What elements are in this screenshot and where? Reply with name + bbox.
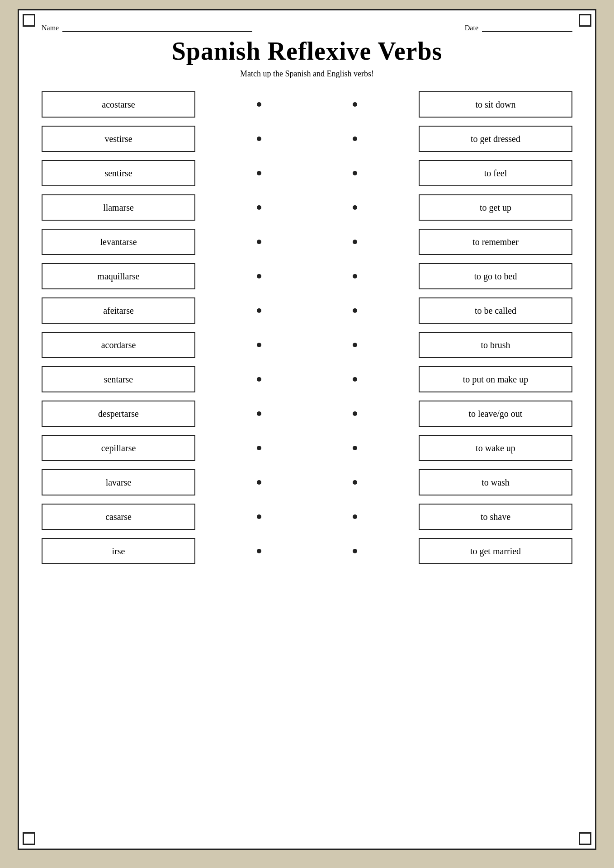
connector-dot-left [257, 205, 261, 210]
right-dot-container [353, 332, 357, 358]
connector-dot-left [257, 377, 261, 382]
right-dots-column [323, 91, 387, 572]
corner-decoration-br [579, 832, 591, 845]
right-verb-box: to feel [419, 160, 572, 186]
connector-dot-right [353, 274, 357, 278]
date-label: Date [465, 24, 478, 32]
connector-dot-right [353, 549, 357, 553]
right-dot-container [353, 91, 357, 118]
connector-dot-left [257, 102, 261, 107]
corner-decoration-bl [23, 832, 35, 845]
left-verb-box: despertarse [42, 401, 195, 427]
left-dot-container [257, 126, 261, 152]
connector-dot-left [257, 514, 261, 519]
left-dot-container [257, 194, 261, 221]
right-dot-container [353, 469, 357, 495]
connector-dot-right [353, 102, 357, 107]
right-verb-box: to put on make up [419, 366, 572, 392]
connector-dot-right [353, 514, 357, 519]
connector-dot-right [353, 343, 357, 347]
left-verb-box: llamarse [42, 194, 195, 221]
name-field: Name [42, 24, 252, 32]
connector-dot-right [353, 446, 357, 450]
main-columns: acostarsevestirsesentirsellamarselevanta… [42, 91, 572, 572]
left-verb-box: afeitarse [42, 297, 195, 324]
corner-decoration-tl [23, 14, 35, 27]
left-verb-box: levantarse [42, 229, 195, 255]
left-dot-container [257, 366, 261, 392]
connector-dot-left [257, 480, 261, 485]
name-underline [62, 31, 252, 32]
connector-dot-left [257, 240, 261, 244]
right-verb-box: to sit down [419, 91, 572, 118]
left-dot-container [257, 504, 261, 530]
connector-dot-right [353, 411, 357, 416]
right-verb-box: to brush [419, 332, 572, 358]
connector-dot-left [257, 171, 261, 175]
left-verb-box: vestirse [42, 126, 195, 152]
right-dot-container [353, 126, 357, 152]
left-dot-container [257, 332, 261, 358]
connector-dot-left [257, 343, 261, 347]
connector-dot-right [353, 480, 357, 485]
connector-dot-left [257, 308, 261, 313]
right-verb-box: to remember [419, 229, 572, 255]
left-verb-box: lavarse [42, 469, 195, 495]
right-verb-box: to go to bed [419, 263, 572, 289]
connector-dot-left [257, 549, 261, 553]
page-title: Spanish Reflexive Verbs [42, 37, 572, 66]
connector-dot-left [257, 446, 261, 450]
date-underline [482, 31, 572, 32]
connector-dot-right [353, 377, 357, 382]
connector-dot-right [353, 240, 357, 244]
right-verb-box: to be called [419, 297, 572, 324]
connector-dot-right [353, 171, 357, 175]
right-dot-container [353, 194, 357, 221]
left-dot-container [257, 91, 261, 118]
left-dot-container [257, 160, 261, 186]
connector-dot-right [353, 137, 357, 141]
right-verb-box: to get up [419, 194, 572, 221]
connector-dot-left [257, 411, 261, 416]
left-dot-container [257, 229, 261, 255]
left-verb-box: acordarse [42, 332, 195, 358]
right-dot-container [353, 435, 357, 461]
corner-decoration-tr [579, 14, 591, 27]
date-field: Date [465, 24, 572, 32]
connector-dot-left [257, 274, 261, 278]
right-verb-box: to wake up [419, 435, 572, 461]
right-dot-container [353, 160, 357, 186]
worksheet-page: Name Date Spanish Reflexive Verbs Match … [18, 9, 596, 850]
right-dot-container [353, 297, 357, 324]
header-line: Name Date [42, 24, 572, 32]
right-column: to sit downto get dressedto feelto get u… [419, 91, 572, 572]
connector-dot-left [257, 137, 261, 141]
left-verb-box: sentirse [42, 160, 195, 186]
right-dot-container [353, 504, 357, 530]
page-subtitle: Match up the Spanish and English verbs! [42, 69, 572, 79]
left-verb-box: sentarse [42, 366, 195, 392]
left-dots-column [227, 91, 291, 572]
left-verb-box: irse [42, 538, 195, 564]
right-dot-container [353, 538, 357, 564]
right-dot-container [353, 366, 357, 392]
right-dot-container [353, 229, 357, 255]
left-column: acostarsevestirsesentirsellamarselevanta… [42, 91, 195, 572]
right-verb-box: to leave/go out [419, 401, 572, 427]
right-dot-container [353, 401, 357, 427]
right-verb-box: to shave [419, 504, 572, 530]
name-label: Name [42, 24, 59, 32]
left-dot-container [257, 538, 261, 564]
left-verb-box: acostarse [42, 91, 195, 118]
left-verb-box: casarse [42, 504, 195, 530]
right-verb-box: to get married [419, 538, 572, 564]
left-dot-container [257, 435, 261, 461]
right-verb-box: to wash [419, 469, 572, 495]
left-dot-container [257, 297, 261, 324]
right-verb-box: to get dressed [419, 126, 572, 152]
left-dot-container [257, 263, 261, 289]
left-dot-container [257, 469, 261, 495]
right-dot-container [353, 263, 357, 289]
left-verb-box: maquillarse [42, 263, 195, 289]
connector-dot-right [353, 308, 357, 313]
